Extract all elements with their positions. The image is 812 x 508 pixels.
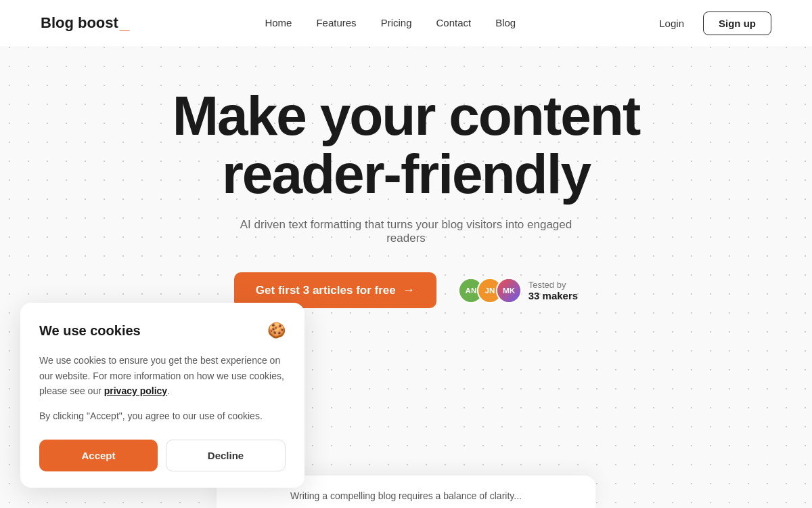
nav-features[interactable]: Features: [316, 17, 356, 28]
svg-text:JN: JN: [484, 286, 495, 295]
hero-title-line1: Make your content: [173, 85, 639, 146]
cookie-banner: We use cookies 🍪 We use cookies to ensur…: [20, 303, 304, 488]
nav-blog[interactable]: Blog: [495, 17, 516, 28]
tested-text: Tested by 33 makers: [528, 280, 578, 301]
navbar: Blog boost_ Home Features Pricing Contac…: [0, 0, 812, 46]
nav-home[interactable]: Home: [265, 17, 292, 28]
avatar-3: MK: [496, 278, 522, 303]
avatar-group: AN JN: [458, 278, 522, 303]
cookie-buttons: Accept Decline: [39, 440, 286, 471]
nav-contact[interactable]: Contact: [436, 17, 471, 28]
cta-arrow-icon: →: [403, 283, 415, 297]
cookie-header: We use cookies 🍪: [39, 322, 286, 339]
preview-text: Writing a compelling blog requires a bal…: [235, 490, 577, 501]
svg-text:AN: AN: [465, 286, 476, 295]
nav-links: Home Features Pricing Contact Blog: [265, 17, 516, 29]
hero-title: Make your content reader-friendly: [135, 87, 677, 203]
logo-underscore: _: [120, 14, 129, 32]
cookie-body-text: We use cookies to ensure you get the bes…: [39, 353, 286, 398]
decline-button[interactable]: Decline: [166, 440, 286, 471]
logo-text: Blog boost: [41, 14, 118, 32]
hero-subtitle: AI driven text formatting that turns you…: [230, 218, 582, 245]
tested-count: 33 makers: [528, 290, 578, 301]
cookie-body-end: .: [167, 385, 170, 396]
tested-label: Tested by: [528, 280, 566, 290]
login-button[interactable]: Login: [651, 12, 692, 35]
cookie-note: By clicking "Accept", you agree to our u…: [39, 408, 286, 423]
cta-label: Get first 3 articles for free: [256, 284, 396, 297]
nav-pricing[interactable]: Pricing: [381, 17, 412, 28]
cookie-title: We use cookies: [39, 323, 141, 339]
nav-actions: Login Sign up: [651, 12, 771, 35]
tested-by-section: AN JN: [458, 278, 578, 303]
cookie-icon: 🍪: [267, 322, 286, 339]
privacy-policy-link[interactable]: privacy policy: [104, 385, 167, 396]
hero-title-line2: reader-friendly: [222, 143, 590, 205]
hero-section: Make your content reader-friendly AI dri…: [0, 46, 812, 342]
signup-button[interactable]: Sign up: [703, 12, 771, 35]
svg-text:MK: MK: [503, 286, 516, 295]
accept-button[interactable]: Accept: [39, 440, 158, 471]
logo[interactable]: Blog boost_: [41, 14, 129, 32]
